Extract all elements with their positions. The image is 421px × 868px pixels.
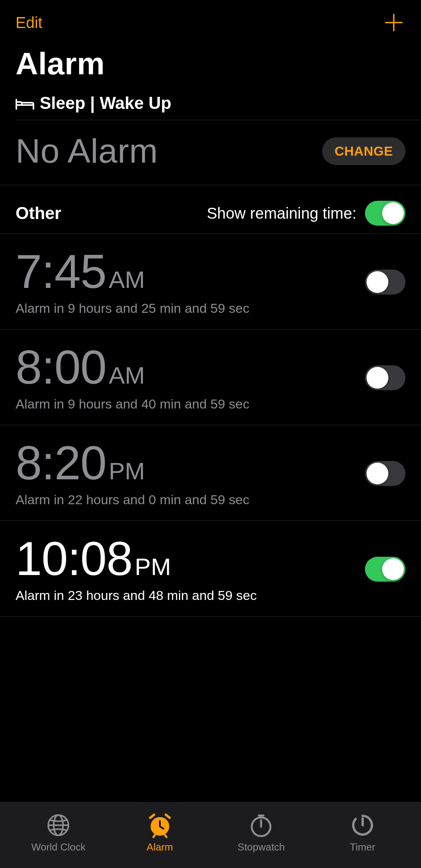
globe-icon bbox=[46, 812, 71, 838]
alarm-info: 8:20PMAlarm in 22 hours and 0 min and 59… bbox=[16, 439, 249, 507]
sleep-section-header: Sleep | Wake Up bbox=[0, 93, 421, 120]
other-section-header: Other Show remaining time: bbox=[0, 185, 421, 234]
alarm-subtitle: Alarm in 22 hours and 0 min and 59 sec bbox=[16, 492, 249, 507]
toggle-knob bbox=[382, 558, 404, 580]
plus-icon bbox=[385, 14, 403, 32]
alarm-time-wrap: 8:00AM bbox=[16, 344, 249, 391]
show-remaining-label: Show remaining time: bbox=[207, 205, 356, 222]
alarm-ampm: PM bbox=[135, 553, 171, 580]
timer-icon bbox=[350, 812, 375, 838]
sleep-wake-label: Sleep | Wake Up bbox=[40, 93, 171, 113]
show-remaining-toggle[interactable] bbox=[365, 201, 405, 226]
alarm-time: 8:20 bbox=[16, 439, 106, 487]
alarm-row[interactable]: 10:08PMAlarm in 23 hours and 48 min and … bbox=[0, 521, 421, 617]
alarm-subtitle: Alarm in 9 hours and 25 min and 59 sec bbox=[16, 301, 249, 316]
alarm-row[interactable]: 7:45AMAlarm in 9 hours and 25 min and 59… bbox=[0, 234, 421, 330]
toggle-knob bbox=[367, 463, 388, 484]
sleep-alarm-row: No Alarm CHANGE bbox=[0, 120, 421, 185]
toggle-knob bbox=[367, 367, 388, 389]
alarm-toggle[interactable] bbox=[365, 461, 405, 486]
tab-alarm[interactable]: Alarm bbox=[121, 812, 199, 853]
change-sleep-button[interactable]: CHANGE bbox=[322, 137, 405, 165]
alarm-time: 8:00 bbox=[16, 344, 106, 391]
edit-button[interactable]: Edit bbox=[16, 14, 42, 32]
add-alarm-button[interactable] bbox=[382, 11, 405, 34]
tab-bar: World Clock Alarm Stopwatch bbox=[0, 802, 421, 868]
alarm-row[interactable]: 8:20PMAlarm in 22 hours and 0 min and 59… bbox=[0, 425, 421, 521]
tab-stopwatch[interactable]: Stopwatch bbox=[222, 812, 300, 853]
other-label: Other bbox=[16, 203, 61, 223]
alarm-list: 7:45AMAlarm in 9 hours and 25 min and 59… bbox=[0, 234, 421, 617]
alarm-time-wrap: 8:20PM bbox=[16, 439, 249, 487]
tab-label: Stopwatch bbox=[238, 841, 285, 853]
tab-label: World Clock bbox=[31, 841, 86, 853]
alarm-ampm: PM bbox=[109, 457, 145, 485]
toggle-knob bbox=[382, 202, 404, 224]
alarm-time: 7:45 bbox=[16, 248, 106, 295]
alarm-ampm: AM bbox=[109, 361, 145, 389]
alarm-subtitle: Alarm in 9 hours and 40 min and 59 sec bbox=[16, 396, 249, 412]
alarm-subtitle: Alarm in 23 hours and 48 min and 59 sec bbox=[16, 588, 257, 603]
bed-icon bbox=[16, 96, 34, 110]
alarm-info: 10:08PMAlarm in 23 hours and 48 min and … bbox=[16, 535, 257, 603]
sleep-alarm-status: No Alarm bbox=[16, 131, 158, 171]
alarm-info: 8:00AMAlarm in 9 hours and 40 min and 59… bbox=[16, 344, 249, 412]
tab-world-clock[interactable]: World Clock bbox=[19, 812, 97, 853]
toggle-knob bbox=[367, 271, 388, 293]
alarm-time: 10:08 bbox=[16, 535, 132, 582]
alarm-toggle[interactable] bbox=[365, 365, 405, 390]
alarm-info: 7:45AMAlarm in 9 hours and 25 min and 59… bbox=[16, 248, 249, 316]
show-remaining-container: Show remaining time: bbox=[207, 201, 405, 226]
alarm-time-wrap: 10:08PM bbox=[16, 535, 257, 582]
page-title: Alarm bbox=[0, 38, 421, 93]
alarm-ampm: AM bbox=[109, 266, 145, 293]
navigation-bar: Edit bbox=[0, 0, 421, 38]
tab-label: Timer bbox=[350, 841, 375, 853]
alarm-row[interactable]: 8:00AMAlarm in 9 hours and 40 min and 59… bbox=[0, 330, 421, 425]
tab-label: Alarm bbox=[147, 841, 173, 853]
tab-timer[interactable]: Timer bbox=[324, 812, 402, 853]
stopwatch-icon bbox=[248, 812, 274, 838]
alarm-time-wrap: 7:45AM bbox=[16, 248, 249, 295]
alarm-clock-icon bbox=[147, 812, 173, 838]
alarm-toggle[interactable] bbox=[365, 270, 405, 295]
alarm-toggle[interactable] bbox=[365, 557, 405, 582]
